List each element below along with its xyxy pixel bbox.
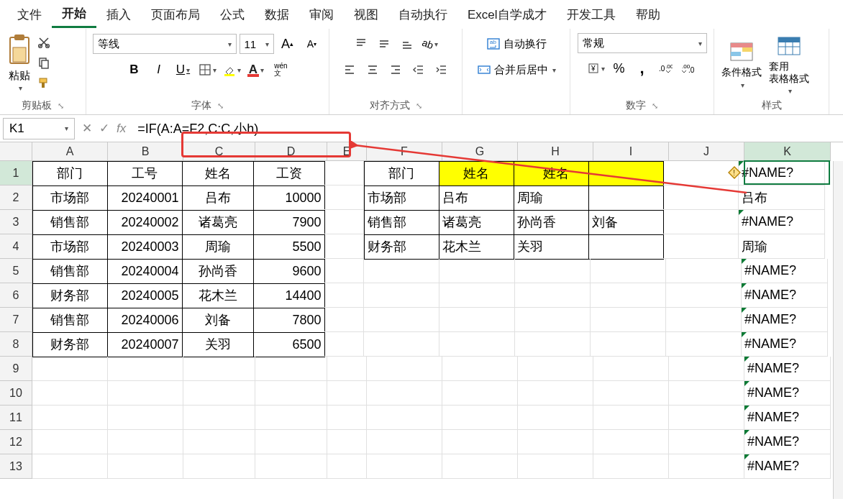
align-launcher[interactable]: ⤡ <box>416 101 422 111</box>
cell[interactable] <box>364 332 439 357</box>
underline-button[interactable]: U▾ <box>173 59 194 81</box>
tab-文件[interactable]: 文件 <box>7 2 52 27</box>
col-header-K[interactable]: K <box>744 142 831 161</box>
fx-icon[interactable]: fx <box>117 122 126 136</box>
cell[interactable] <box>669 406 744 430</box>
row-header-5[interactable]: 5 <box>0 259 32 283</box>
cell[interactable] <box>108 406 183 430</box>
cell[interactable] <box>666 259 742 283</box>
cell[interactable]: 周瑜 <box>182 234 254 260</box>
phonetic-button[interactable]: wén 文 <box>270 59 292 81</box>
cell[interactable]: #NAME? <box>742 283 828 308</box>
cancel-icon[interactable]: ✕ <box>82 121 92 136</box>
cut-button[interactable] <box>36 35 52 50</box>
tab-开始[interactable]: 开始 <box>52 1 96 28</box>
cell[interactable] <box>442 357 518 381</box>
bold-button[interactable]: B <box>124 59 145 81</box>
align-middle-button[interactable] <box>373 33 395 55</box>
worksheet-grid[interactable]: ABCDEFGHIJK 12345678910111213 部门工号姓名工资部门… <box>0 142 843 504</box>
cell[interactable]: 部门 <box>32 161 108 186</box>
cell[interactable]: 20240005 <box>107 283 183 308</box>
border-button[interactable]: ▾ <box>197 59 219 81</box>
cell[interactable] <box>669 357 744 381</box>
align-left-button[interactable] <box>339 59 360 81</box>
cell[interactable]: 7800 <box>253 308 325 333</box>
cell[interactable] <box>588 161 664 186</box>
cell[interactable] <box>324 332 364 357</box>
comma-button[interactable]: , <box>632 58 653 79</box>
decrease-decimal-button[interactable]: .00.0 <box>678 58 699 79</box>
cell[interactable] <box>669 454 744 479</box>
cell[interactable] <box>514 161 589 186</box>
cell[interactable] <box>183 406 255 430</box>
cell[interactable] <box>255 430 327 454</box>
number-launcher[interactable]: ⤡ <box>652 101 658 111</box>
align-right-button[interactable] <box>385 59 406 81</box>
cell[interactable] <box>108 430 183 454</box>
cell[interactable]: 20240004 <box>107 259 183 284</box>
cell[interactable] <box>442 454 518 479</box>
cell[interactable]: #NAME? <box>742 308 828 332</box>
select-all-corner[interactable] <box>0 142 32 161</box>
cell[interactable] <box>439 332 515 357</box>
tab-数据[interactable]: 数据 <box>255 2 299 27</box>
col-header-J[interactable]: J <box>669 142 744 161</box>
cell[interactable]: #NAME? <box>744 381 831 406</box>
row-header-13[interactable]: 13 <box>0 454 32 479</box>
cell[interactable]: 销售部 <box>32 259 108 284</box>
font-size-combo[interactable]: 11▾ <box>240 34 274 54</box>
tab-帮助[interactable]: 帮助 <box>626 2 670 27</box>
cell[interactable]: 9600 <box>253 259 325 284</box>
wrap-text-button[interactable]: ab 自动换行 <box>481 33 552 55</box>
row-header-11[interactable]: 11 <box>0 406 32 430</box>
cell[interactable] <box>32 430 108 454</box>
cell[interactable] <box>518 357 593 381</box>
cell[interactable] <box>518 454 593 479</box>
cell[interactable] <box>515 332 591 357</box>
cell[interactable]: 市场部 <box>32 234 108 260</box>
cell[interactable] <box>663 234 739 259</box>
merge-center-button[interactable]: 合并后居中▾ <box>472 59 561 81</box>
cell[interactable] <box>327 430 367 454</box>
cell[interactable] <box>591 283 666 308</box>
col-header-G[interactable]: G <box>442 142 518 161</box>
cell[interactable] <box>663 185 739 210</box>
cell[interactable]: 刘备 <box>182 308 254 333</box>
format-painter-button[interactable] <box>36 75 52 91</box>
cell[interactable] <box>367 430 442 454</box>
cell[interactable] <box>442 406 518 430</box>
confirm-icon[interactable]: ✓ <box>99 121 109 136</box>
font-name-combo[interactable]: 等线▾ <box>93 34 237 54</box>
cell[interactable] <box>108 454 183 479</box>
cell[interactable]: 销售部 <box>32 308 108 333</box>
row-header-4[interactable]: 4 <box>0 234 32 259</box>
cell[interactable]: 财务部 <box>364 234 439 260</box>
cell[interactable] <box>327 357 367 381</box>
cell[interactable] <box>324 210 364 234</box>
cell[interactable] <box>515 283 591 308</box>
tab-审阅[interactable]: 审阅 <box>299 2 344 27</box>
cell[interactable]: 工资 <box>253 161 325 186</box>
cell[interactable] <box>364 283 439 308</box>
cell[interactable]: 7900 <box>253 210 325 235</box>
cell[interactable] <box>588 234 664 260</box>
cell[interactable] <box>324 234 364 259</box>
font-color-button[interactable]: A▾ <box>246 59 268 81</box>
col-header-E[interactable]: E <box>327 142 367 161</box>
cell[interactable] <box>591 308 666 332</box>
cell[interactable]: #NAME? <box>742 259 828 283</box>
col-header-A[interactable]: A <box>32 142 108 161</box>
cell[interactable]: 刘备 <box>588 210 664 235</box>
tab-开发工具[interactable]: 开发工具 <box>557 2 626 27</box>
cell[interactable] <box>439 259 515 283</box>
cell[interactable] <box>183 381 255 406</box>
cell[interactable]: 销售部 <box>32 210 108 235</box>
cell[interactable] <box>591 332 666 357</box>
cell[interactable] <box>591 259 666 283</box>
increase-font-button[interactable]: A▴ <box>277 33 299 55</box>
cell[interactable]: 工号 <box>107 161 183 186</box>
cell[interactable] <box>515 308 591 332</box>
row-header-7[interactable]: 7 <box>0 308 32 332</box>
cell[interactable] <box>663 161 739 185</box>
cell[interactable]: 姓名 <box>182 161 254 186</box>
